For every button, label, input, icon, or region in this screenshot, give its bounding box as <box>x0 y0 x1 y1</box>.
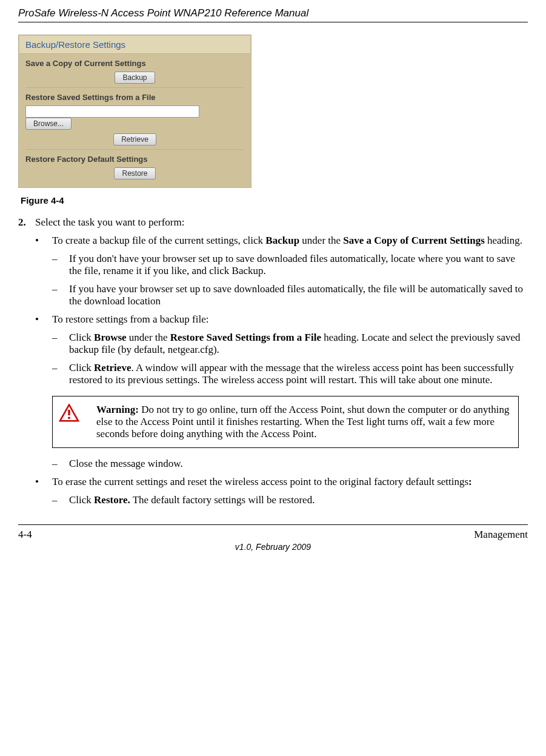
sub-erase-restore: – Click Restore. The default factory set… <box>52 494 528 506</box>
dash-marker: – <box>52 332 69 356</box>
sub-restore-retrieve: – Click Retrieve. A window will appear w… <box>52 362 528 386</box>
sub-restore-browse: – Click Browse under the Restore Saved S… <box>52 332 528 356</box>
svg-rect-2 <box>68 417 70 419</box>
bullet-marker: • <box>35 235 52 247</box>
warning-icon <box>54 398 90 446</box>
footer-version: v1.0, February 2009 <box>0 542 546 564</box>
restore-file-label: Restore Saved Settings from a File <box>25 93 244 102</box>
bullet-marker: • <box>35 313 52 326</box>
file-path-input[interactable] <box>25 105 199 118</box>
panel-title: Backup/Restore Settings <box>19 36 250 54</box>
page-content: Backup/Restore Settings Save a Copy of C… <box>0 22 546 524</box>
bullet-backup: • To create a backup file of the current… <box>35 235 528 247</box>
dash-marker: – <box>52 458 69 470</box>
dash-marker: – <box>52 283 69 307</box>
sub-backup-2: – If you have your browser set up to sav… <box>52 283 528 307</box>
restore-button[interactable]: Restore <box>114 167 155 179</box>
dash-marker: – <box>52 253 69 277</box>
save-copy-label: Save a Copy of Current Settings <box>25 59 244 68</box>
warning-box: Warning: Do not try to go online, turn o… <box>52 396 519 448</box>
sub-backup-1: – If you don't have your browser set up … <box>52 253 528 277</box>
step-text: Select the task you want to perform: <box>35 216 184 229</box>
figure-caption: Figure 4-4 <box>21 195 528 206</box>
step-number: 2. <box>18 216 35 229</box>
svg-rect-1 <box>68 410 70 415</box>
chapter-name: Management <box>474 529 528 541</box>
backup-restore-screenshot: Backup/Restore Settings Save a Copy of C… <box>18 35 251 188</box>
dash-marker: – <box>52 494 69 506</box>
factory-defaults-label: Restore Factory Default Settings <box>25 155 244 164</box>
retrieve-button[interactable]: Retrieve <box>113 133 156 146</box>
backup-button[interactable]: Backup <box>115 72 155 84</box>
bullet-marker: • <box>35 476 52 488</box>
bullet-restore: • To restore settings from a backup file… <box>35 313 528 326</box>
bullet-erase: • To erase the current settings and rese… <box>35 476 528 488</box>
step-2: 2. Select the task you want to perform: <box>18 216 528 229</box>
warning-text: Warning: Do not try to go online, turn o… <box>92 398 517 446</box>
dash-marker: – <box>52 362 69 386</box>
sub-restore-close: – Close the message window. <box>52 458 528 470</box>
page-number: 4-4 <box>18 529 32 541</box>
browse-button[interactable]: Browse... <box>25 118 72 130</box>
page-header-title: ProSafe Wireless-N Access Point WNAP210 … <box>0 0 546 22</box>
